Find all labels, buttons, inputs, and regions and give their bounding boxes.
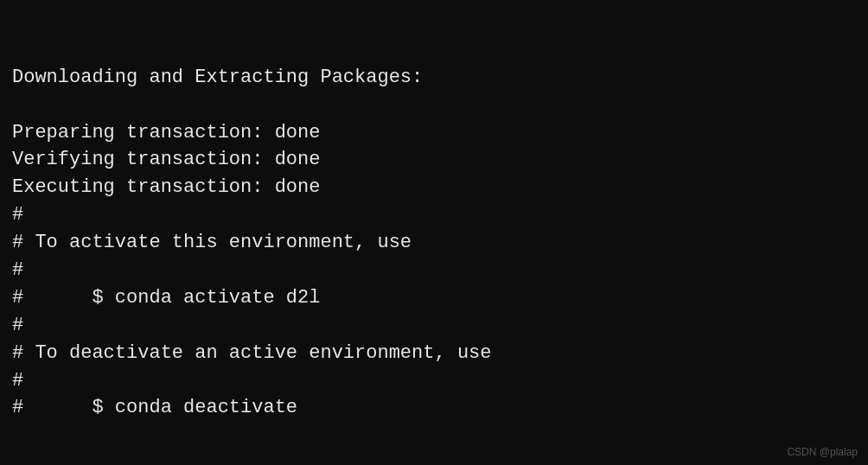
watermark: CSDN @plalap bbox=[787, 446, 858, 458]
terminal-line: # To deactivate an active environment, u… bbox=[12, 340, 856, 367]
terminal-line: # bbox=[12, 201, 856, 229]
terminal-line: Executing transaction: done bbox=[12, 174, 856, 201]
terminal-line: Preparing transaction: done bbox=[12, 119, 856, 147]
terminal-line: Downloading and Extracting Packages: bbox=[12, 64, 856, 92]
terminal-line: # $ conda deactivate bbox=[12, 394, 856, 422]
terminal-output: Downloading and Extracting Packages: Pre… bbox=[12, 9, 856, 422]
terminal-line: # bbox=[12, 312, 856, 340]
terminal-line: # bbox=[12, 257, 856, 284]
terminal-window: Downloading and Extracting Packages: Pre… bbox=[0, 0, 868, 465]
terminal-line: # bbox=[12, 367, 856, 395]
terminal-line: # $ conda activate d2l bbox=[12, 284, 856, 312]
terminal-line bbox=[12, 92, 856, 119]
terminal-line: Verifying transaction: done bbox=[12, 146, 856, 174]
terminal-line: # To activate this environment, use bbox=[12, 229, 856, 257]
